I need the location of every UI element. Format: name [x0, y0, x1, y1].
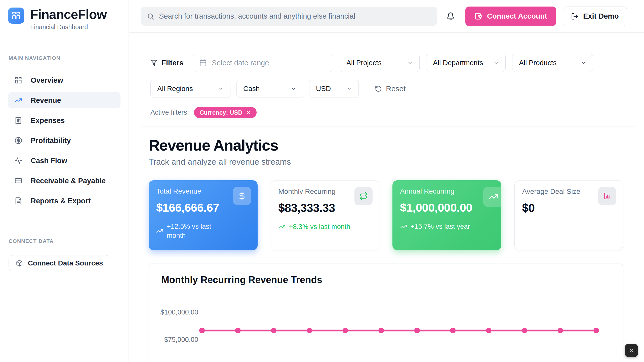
connect-data-sources-button[interactable]: Connect Data Sources [9, 255, 110, 271]
projects-dropdown[interactable]: All Projects [340, 54, 420, 72]
stat-value: $1,000,000.00 [400, 201, 494, 214]
data-point [378, 328, 384, 333]
section-divider [141, 126, 636, 126]
chevron-down-icon [346, 86, 352, 92]
sidebar-item-expenses[interactable]: Expenses [8, 112, 120, 128]
mrr-line-chart: $100,000.00$75,000.00$50,000.00 [149, 263, 623, 362]
data-point [558, 328, 563, 333]
trending-up-icon [156, 228, 163, 235]
page-subtitle: Track and analyze all revenue streams [149, 157, 623, 167]
cash-dropdown[interactable]: Cash [236, 80, 303, 98]
data-point [271, 328, 276, 333]
data-point [235, 328, 240, 333]
calendar-icon [199, 59, 207, 67]
currency-dropdown-value: USD [316, 85, 331, 93]
stat-change: +12.5% vs last month [156, 222, 250, 240]
bar-chart-icon [598, 187, 616, 205]
connect-account-label: Connect Account [487, 12, 547, 20]
data-point [593, 328, 599, 333]
stat-card-average-deal-size: Average Deal Size $0 [514, 180, 623, 250]
reset-label: Reset [386, 84, 406, 93]
trending-up-icon [400, 223, 407, 230]
regions-dropdown-value: All Regions [157, 85, 193, 93]
trending-up-icon [15, 97, 22, 104]
sidebar-item-label: Receivable & Payable [31, 177, 106, 185]
products-dropdown-value: All Products [519, 59, 556, 67]
floating-close-button[interactable] [625, 344, 638, 357]
y-axis-tick-label: $75,000.00 [164, 336, 198, 343]
sidebar-item-label: Cash Flow [31, 157, 67, 165]
global-search[interactable] [141, 7, 437, 26]
departments-dropdown[interactable]: All Departments [426, 54, 506, 72]
currency-dropdown[interactable]: USD [309, 80, 359, 98]
exit-demo-label: Exit Demo [583, 12, 619, 20]
sidebar-item-profitability[interactable]: Profitability [8, 132, 120, 149]
content: Filters Select date range All Projects A… [129, 54, 644, 362]
data-point [343, 328, 348, 333]
connect-account-button[interactable]: Connect Account [465, 7, 556, 26]
package-icon [16, 260, 23, 267]
log-out-icon [571, 13, 579, 20]
receipt-icon [15, 117, 22, 124]
sidebar-item-label: Overview [31, 76, 63, 84]
activity-icon [15, 157, 22, 164]
chevron-down-icon [407, 60, 413, 66]
stat-label: Annual Recurring [400, 187, 494, 195]
stat-card-monthly-recurring: Monthly Recurring $83,333.33 +8.3% vs la… [271, 180, 380, 250]
circle-dollar-icon [15, 137, 22, 144]
chevron-down-icon [581, 60, 586, 66]
brand-text: FinanceFlow Financial Dashboard [30, 8, 107, 31]
search-input[interactable] [159, 12, 431, 20]
chevron-down-icon [493, 60, 499, 66]
filters-row-1: Filters Select date range All Projects A… [150, 54, 623, 72]
y-axis-tick-label: $100,000.00 [160, 308, 198, 316]
date-range-input[interactable]: Select date range [193, 54, 333, 72]
trending-up-icon [483, 187, 501, 207]
funnel-icon [150, 59, 157, 66]
data-point [450, 328, 456, 333]
rotate-ccw-icon [375, 85, 382, 92]
products-dropdown[interactable]: All Products [512, 54, 593, 72]
file-text-icon [15, 197, 22, 205]
data-point [486, 328, 492, 333]
sidebar-item-reports-export[interactable]: Reports & Export [8, 193, 120, 209]
sidebar-item-label: Reports & Export [31, 197, 91, 205]
filters-label: Filters [162, 59, 183, 67]
app-title: FinanceFlow [30, 8, 107, 21]
brand-header: FinanceFlow Financial Dashboard [0, 0, 129, 41]
data-point [414, 328, 420, 333]
repeat-icon [354, 187, 373, 205]
x-icon[interactable] [246, 110, 251, 115]
main-area: Connect Account Exit Demo Filters [129, 0, 644, 362]
dollar-icon [233, 187, 251, 205]
reset-filters-button[interactable]: Reset [375, 84, 406, 93]
currency-filter-chip[interactable]: Currency: USD [194, 107, 257, 118]
connect-data-header: CONNECT DATA [9, 238, 120, 244]
sidebar-item-cash-flow[interactable]: Cash Flow [8, 153, 120, 169]
sidebar-item-revenue[interactable]: Revenue [8, 92, 120, 108]
stat-change-text: +12.5% vs last month [167, 222, 228, 240]
sidebar-item-label: Profitability [31, 137, 71, 145]
search-icon [147, 13, 154, 20]
sidebar-item-overview[interactable]: Overview [8, 72, 120, 88]
app-subtitle: Financial Dashboard [30, 23, 107, 31]
filters-label-group: Filters [150, 59, 183, 67]
regions-dropdown[interactable]: All Regions [150, 80, 230, 98]
chevron-down-icon [291, 86, 296, 92]
main-navigation-header: MAIN NAVIGATION [9, 55, 120, 61]
connect-data-sources-label: Connect Data Sources [28, 259, 103, 267]
stat-card-total-revenue: Total Revenue $166,666.67 +12.5% vs last… [149, 180, 258, 250]
notifications-bell-icon[interactable] [446, 12, 455, 21]
active-filters-label: Active filters: [150, 109, 189, 116]
sidebar-item-label: Revenue [31, 96, 61, 105]
data-point [307, 328, 312, 333]
departments-dropdown-value: All Departments [433, 59, 483, 67]
sidebar-item-receivable-payable[interactable]: Receivable & Payable [8, 173, 120, 189]
stat-card-annual-recurring: Annual Recurring $1,000,000.00 +15.7% vs… [392, 180, 501, 250]
topbar: Connect Account Exit Demo [129, 0, 644, 33]
exit-demo-button[interactable]: Exit Demo [563, 7, 627, 26]
stat-change: +15.7% vs last year [400, 222, 494, 231]
cash-dropdown-value: Cash [243, 85, 260, 93]
date-range-placeholder: Select date range [212, 59, 269, 67]
filters-row-2: All Regions Cash USD Reset [150, 80, 623, 98]
